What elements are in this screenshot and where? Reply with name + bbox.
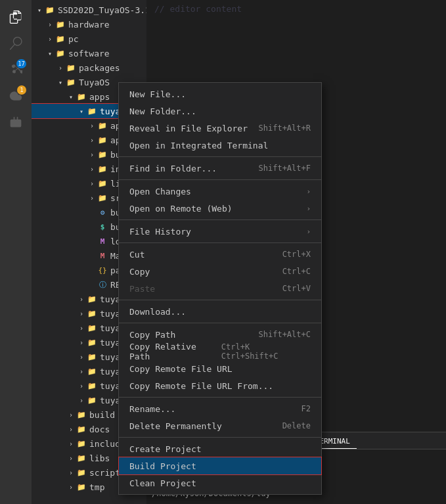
folder-icon-tuyaos: 📁 bbox=[66, 77, 76, 87]
editor-line: // editor content bbox=[146, 3, 446, 15]
menu-item-cut[interactable]: Cut Ctrl+X bbox=[119, 246, 321, 263]
folder-icon-demo7: 📁 bbox=[87, 380, 97, 391]
tree-item-hardware[interactable]: 📁 hardware bbox=[32, 17, 146, 32]
chevron-libs2 bbox=[66, 453, 76, 463]
chevron-demo6 bbox=[76, 366, 87, 377]
chevron-hardware bbox=[45, 19, 55, 30]
chevron-demo1 bbox=[76, 294, 87, 304]
chevron-docs bbox=[66, 424, 76, 434]
folder-icon-demo4: 📁 bbox=[87, 337, 97, 348]
chevron-demo2 bbox=[76, 308, 87, 319]
separator-2 bbox=[119, 179, 321, 180]
extensions-icon[interactable] bbox=[4, 110, 28, 134]
chevron-libs bbox=[87, 178, 97, 189]
menu-item-file-history[interactable]: File History › bbox=[119, 223, 321, 240]
separator-5 bbox=[119, 300, 321, 300]
chevron-src bbox=[87, 193, 97, 203]
folder-icon-build2: 📁 bbox=[76, 409, 87, 420]
tree-item-ssd202d[interactable]: 📁 SSD202D_TuyaOS-3.10.2 bbox=[32, 3, 146, 17]
folder-icon-hardware: 📁 bbox=[55, 19, 66, 30]
chevron-demo7 bbox=[76, 380, 87, 391]
folder-icon-scripts: 📁 bbox=[76, 467, 87, 478]
menu-item-copy-remote-url-from[interactable]: Copy Remote File URL From... bbox=[119, 377, 321, 394]
folder-icon-include2: 📁 bbox=[76, 438, 87, 449]
menu-item-copy-remote-url[interactable]: Copy Remote File URL bbox=[119, 360, 321, 377]
menu-item-paste[interactable]: Paste Ctrl+V bbox=[119, 280, 321, 297]
tree-item-pc[interactable]: 📁 pc bbox=[32, 32, 146, 46]
folder-icon-pc: 📁 bbox=[55, 34, 66, 44]
tree-item-packages[interactable]: 📁 packages bbox=[32, 60, 146, 75]
chevron-tuyaos-core bbox=[76, 106, 87, 116]
chevron-pc bbox=[45, 34, 55, 44]
menu-item-open-changes[interactable]: Open Changes › bbox=[119, 183, 321, 200]
arrow-icon: › bbox=[306, 187, 311, 196]
menu-item-copy[interactable]: Copy Ctrl+C bbox=[119, 263, 321, 280]
folder-icon-application1: 📁 bbox=[97, 120, 108, 131]
menu-item-new-folder[interactable]: New Folder... bbox=[119, 103, 321, 120]
m-red-file-icon: M bbox=[97, 250, 108, 261]
menu-item-open-terminal[interactable]: Open in Integrated Terminal bbox=[119, 137, 321, 154]
files-icon[interactable] bbox=[4, 5, 28, 29]
chevron-demo8 bbox=[76, 395, 87, 405]
menu-item-copy-relative-path[interactable]: Copy Relative Path Ctrl+K Ctrl+Shift+C bbox=[119, 343, 321, 360]
chevron-tuyaos bbox=[55, 77, 66, 87]
folder-icon-include: 📁 bbox=[97, 164, 108, 174]
menu-item-reveal-explorer[interactable]: Reveal in File Explorer Shift+Alt+R bbox=[119, 120, 321, 137]
arrow-icon-2: › bbox=[306, 204, 311, 213]
menu-item-create-project[interactable]: Create Project bbox=[119, 440, 321, 457]
separator-7 bbox=[119, 397, 321, 398]
chevron-scripts bbox=[66, 467, 76, 478]
info-file-icon: ⓘ bbox=[97, 279, 108, 290]
folder-icon-demo5: 📁 bbox=[87, 352, 97, 362]
menu-item-build-project[interactable]: Build Project bbox=[119, 457, 321, 474]
menu-item-find-folder[interactable]: Find in Folder... Shift+Alt+F bbox=[119, 160, 321, 177]
activity-bar: 17 1 bbox=[0, 0, 32, 504]
chevron-demo3 bbox=[76, 323, 87, 333]
folder-icon-packages: 📁 bbox=[66, 62, 76, 73]
editor-content: // editor content bbox=[146, 0, 446, 18]
separator-4 bbox=[119, 242, 321, 243]
chevron-build2 bbox=[66, 409, 76, 420]
menu-item-clean-project[interactable]: Clean Project bbox=[119, 474, 321, 492]
context-menu: New File... New Folder... Reveal in File… bbox=[118, 82, 322, 495]
folder-icon-demo3: 📁 bbox=[87, 323, 97, 333]
separator-6 bbox=[119, 323, 321, 323]
chevron-application2 bbox=[87, 135, 97, 145]
folder-icon-apps: 📁 bbox=[76, 91, 87, 102]
source-control-icon[interactable]: 17 bbox=[4, 58, 28, 81]
menu-item-rename[interactable]: Rename... F2 bbox=[119, 400, 321, 417]
arrow-icon-3: › bbox=[306, 227, 311, 236]
folder-icon-application2: 📁 bbox=[97, 135, 108, 145]
folder-icon-libs: 📁 bbox=[97, 178, 108, 189]
chevron-include bbox=[87, 164, 97, 174]
tree-item-software[interactable]: 📁 software bbox=[32, 46, 146, 60]
chevron-tmp bbox=[66, 482, 76, 492]
search-icon[interactable] bbox=[4, 32, 28, 55]
chevron-packages bbox=[55, 62, 66, 73]
dollar-file-icon: $ bbox=[97, 221, 108, 232]
folder-icon-demo1: 📁 bbox=[87, 294, 97, 304]
menu-item-download[interactable]: Download... bbox=[119, 303, 321, 320]
folder-icon-tuyaos-core: 📁 bbox=[87, 106, 97, 116]
folder-icon-src: 📁 bbox=[97, 193, 108, 203]
folder-icon-demo2: 📁 bbox=[87, 308, 97, 319]
folder-icon-tmp: 📁 bbox=[76, 482, 87, 492]
menu-item-open-remote[interactable]: Open on Remote (Web) › bbox=[119, 200, 321, 217]
separator-3 bbox=[119, 219, 321, 220]
menu-item-copy-path[interactable]: Copy Path Shift+Alt+C bbox=[119, 326, 321, 343]
m-file-icon: M bbox=[97, 236, 108, 246]
folder-icon-build: 📁 bbox=[97, 149, 108, 160]
chevron-build bbox=[87, 149, 97, 160]
menu-item-delete[interactable]: Delete Permanently Delete bbox=[119, 417, 321, 434]
folder-icon-ssd202d: 📁 bbox=[45, 5, 55, 15]
debug-badge: 1 bbox=[17, 85, 26, 95]
chevron-demo4 bbox=[76, 337, 87, 348]
debug-icon[interactable]: 1 bbox=[4, 84, 28, 108]
folder-icon-demo8: 📁 bbox=[87, 395, 97, 405]
chevron-include2 bbox=[66, 438, 76, 449]
chevron-apps bbox=[66, 91, 76, 102]
menu-item-new-file[interactable]: New File... bbox=[119, 85, 321, 103]
separator-1 bbox=[119, 156, 321, 157]
chevron-application1 bbox=[87, 120, 97, 131]
folder-icon-docs: 📁 bbox=[76, 424, 87, 434]
